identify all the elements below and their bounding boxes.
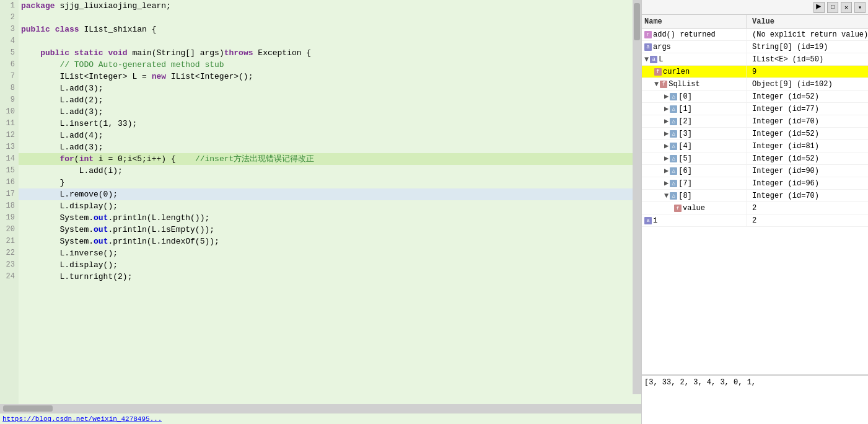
debug-row-name-arr2: ▶ △ [2]	[642, 115, 747, 127]
arr1-label: [1]	[678, 105, 692, 113]
expand-arr7-icon[interactable]: ▶	[664, 179, 669, 188]
debug-row-arr6: ▶ △ [6] Integer (id=90)	[642, 165, 868, 177]
debug-row-value-arr7: Integer (id=96)	[747, 177, 868, 189]
debug-output-text: [3, 33, 2, 3, 4, 3, 0, 1,	[644, 378, 756, 387]
field-icon-curlen: f	[654, 68, 662, 76]
arr8-value: Integer (id=70)	[752, 192, 819, 200]
arr2-label: [2]	[678, 117, 692, 126]
code-line-9: L.add(2);	[19, 94, 641, 106]
expand-arr5-icon[interactable]: ▶	[664, 154, 669, 163]
debug-row-value-arr1: Integer (id=77)	[747, 103, 868, 115]
SqlList-label: SqlList	[669, 80, 699, 89]
debug-row-name-arr8: ▼ △ [8]	[642, 190, 747, 201]
i-label: i	[653, 216, 657, 225]
code-line-14: for(int i = 0;i<5;i++) { //insert方法出现错误记…	[19, 153, 641, 165]
array-icon-2: △	[670, 118, 677, 125]
add-returned-label: add() returned	[653, 30, 716, 39]
expand-arr6-icon[interactable]: ▶	[664, 166, 669, 175]
debug-row-add-returned: r add() returned (No explicit return val…	[642, 29, 868, 41]
array-icon-8: △	[670, 192, 677, 200]
code-line-15: L.add(i);	[19, 165, 641, 177]
code-content[interactable]: package sjjg_liuxiaojing_learn; public c…	[19, 0, 641, 404]
debug-row-name-arr4: ▶ △ [4]	[642, 140, 747, 152]
code-line-17: L.remove(0);	[19, 188, 641, 200]
code-line-7: IList<Integer> L = new IList<Integer>();	[19, 71, 641, 82]
debug-btn-1[interactable]: ⯈	[813, 2, 825, 13]
vertical-scrollbar[interactable]	[633, 0, 641, 394]
debug-col-name-header: Name	[642, 15, 747, 28]
expand-arr8-icon[interactable]: ▼	[664, 192, 669, 200]
arr4-label: [4]	[678, 142, 692, 151]
debug-row-value-L: IList<E> (id=50)	[747, 53, 868, 65]
arr8-label: [8]	[678, 192, 692, 200]
horizontal-scrollbar[interactable]	[0, 404, 641, 413]
debug-row-name-arr1: ▶ △ [1]	[642, 103, 747, 115]
code-line-18: L.display();	[19, 200, 641, 212]
curlen-label: curlen	[663, 68, 690, 76]
arr4-value: Integer (id=81)	[752, 142, 819, 151]
debug-row-name-SqlList: ▼ f SqlList	[642, 78, 747, 90]
add-returned-value: (No explicit return value)	[752, 30, 868, 39]
debug-row-value-arr6: Integer (id=90)	[747, 165, 868, 177]
debug-row-arr2: ▶ △ [2] Integer (id=70)	[642, 115, 868, 128]
L-label: L	[659, 55, 663, 64]
debug-row-name-i: a i	[642, 214, 747, 226]
debug-btn-2[interactable]: □	[827, 2, 838, 13]
arr6-value: Integer (id=90)	[752, 167, 819, 175]
expand-L-icon[interactable]: ▼	[644, 55, 649, 64]
array-icon-6: △	[670, 167, 677, 175]
debug-btn-chevron[interactable]: ▾	[854, 2, 866, 13]
expand-arr4-icon[interactable]: ▶	[664, 141, 669, 151]
arr5-value: Integer (id=52)	[752, 154, 819, 163]
debug-row-name-arr8-value: f value	[642, 202, 747, 214]
expand-arr1-icon[interactable]: ▶	[664, 104, 669, 113]
array-icon-1: △	[670, 105, 677, 113]
debug-panel: ⯈ □ ✕ ▾ Name Value r add() returned (No …	[641, 0, 868, 424]
debug-row-value-curlen: 9	[747, 66, 868, 77]
array-icon-3: △	[670, 130, 677, 138]
expand-arr2-icon[interactable]: ▶	[664, 117, 669, 126]
expand-arr3-icon[interactable]: ▶	[664, 129, 669, 138]
debug-row-name-arr0: ▶ △ [0]	[642, 91, 747, 102]
code-area: 1 2 3 4 5 6 7 8 9 10 11 12 13 14 15 16 1…	[0, 0, 641, 404]
expand-arr0-icon[interactable]: ▶	[664, 92, 669, 101]
debug-row-value-arr2: Integer (id=70)	[747, 115, 868, 127]
debug-row-value-add-returned: (No explicit return value)	[747, 29, 868, 40]
debug-col-value-header: Value	[747, 15, 868, 28]
arr2-value: Integer (id=70)	[752, 117, 819, 126]
debug-toolbar: ⯈ □ ✕ ▾	[642, 0, 868, 15]
status-bar: https://blog.csdn.net/weixin_4278495...	[0, 413, 641, 424]
debug-btn-3[interactable]: ✕	[841, 2, 852, 13]
array-icon-7: △	[670, 180, 677, 187]
debug-row-arr1: ▶ △ [1] Integer (id=77)	[642, 103, 868, 115]
debug-row-value-args: String[0] (id=19)	[747, 41, 868, 53]
code-line-24: L.turnright(2);	[19, 271, 641, 283]
debug-rows[interactable]: r add() returned (No explicit return val…	[642, 29, 868, 374]
line-numbers: 1 2 3 4 5 6 7 8 9 10 11 12 13 14 15 16 1…	[0, 0, 19, 404]
debug-bottom-output: [3, 33, 2, 3, 4, 3, 0, 1,	[642, 374, 868, 424]
args-label: args	[653, 43, 671, 51]
arr5-label: [5]	[678, 154, 692, 163]
local-icon-args: a	[644, 43, 652, 51]
debug-row-value-arr8-value: 2	[747, 202, 868, 214]
code-line-19: System.out.println(L.length());	[19, 212, 641, 224]
scrollbar-thumb-h[interactable]	[3, 405, 53, 412]
arr0-value: Integer (id=52)	[752, 92, 819, 101]
arr6-label: [6]	[678, 167, 692, 175]
arr7-value: Integer (id=96)	[752, 179, 819, 188]
debug-row-L: ▼ a L IList<E> (id=50)	[642, 53, 868, 66]
debug-row-arr8-value: f value 2	[642, 202, 868, 214]
debug-row-arr8: ▼ △ [8] Integer (id=70)	[642, 190, 868, 202]
array-icon-4: △	[670, 143, 677, 150]
code-line-4	[19, 35, 641, 47]
debug-row-curlen: f curlen 9	[642, 66, 868, 78]
scrollbar-thumb-v[interactable]	[634, 3, 640, 40]
code-line-21: System.out.println(L.indexOf(5));	[19, 236, 641, 247]
arr7-label: [7]	[678, 179, 692, 188]
expand-SqlList-icon[interactable]: ▼	[654, 80, 659, 89]
debug-row-value-SqlList: Object[9] (id=102)	[747, 78, 868, 90]
url-link[interactable]: https://blog.csdn.net/weixin_4278495...	[2, 415, 162, 423]
debug-row-value-i: 2	[747, 214, 868, 226]
debug-row-name-L: ▼ a L	[642, 53, 747, 65]
debug-row-arr7: ▶ △ [7] Integer (id=96)	[642, 177, 868, 190]
